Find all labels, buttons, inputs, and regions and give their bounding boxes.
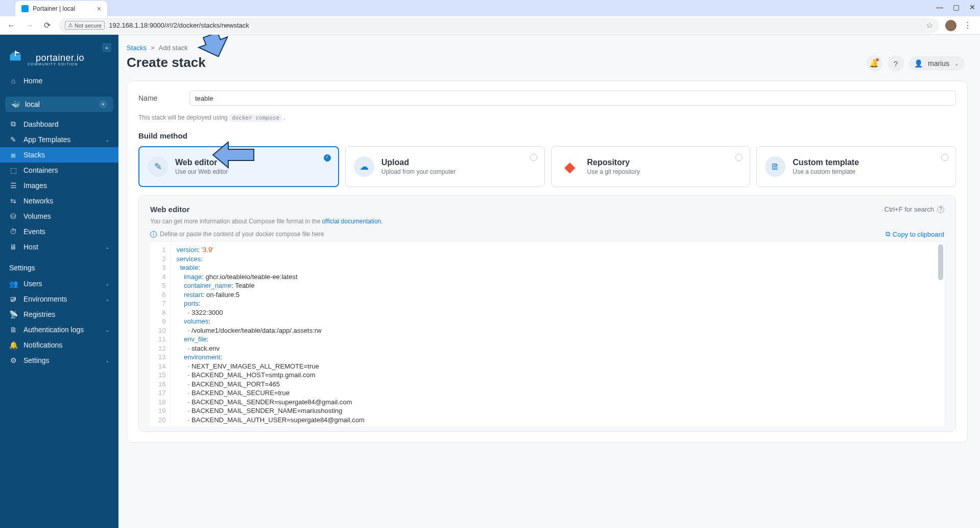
window-minimize-icon[interactable]: — xyxy=(936,3,943,11)
sidebar-item-icon: ⬚ xyxy=(9,166,17,174)
build-method-upload[interactable]: ☁ Upload Upload from your computer xyxy=(345,146,545,187)
sidebar-item-users[interactable]: 👥Users⌄ xyxy=(0,276,118,291)
sidebar-item-label: Containers xyxy=(23,166,58,174)
sidebar-item-containers[interactable]: ⬚Containers xyxy=(0,163,118,178)
method-subtitle: Upload from your computer xyxy=(381,168,456,175)
code-editor[interactable]: 12345678910111213141516171819202122 vers… xyxy=(150,242,944,426)
sidebar-item-volumes[interactable]: ⛁Volumes xyxy=(0,209,118,224)
page-title: Create stack xyxy=(127,55,206,71)
method-icon: ◆ xyxy=(560,156,580,177)
help-icon: ? xyxy=(894,59,898,68)
code-lines: version: '3.9'services: teable: image: g… xyxy=(171,242,369,426)
user-icon: 👤 xyxy=(914,59,923,67)
radio-indicator-icon xyxy=(735,154,743,161)
radio-indicator-icon xyxy=(324,154,331,162)
sidebar-item-label: Dashboard xyxy=(23,120,59,128)
not-secure-badge[interactable]: ⚠ Not secure xyxy=(65,21,105,30)
method-title: Custom template xyxy=(793,158,859,167)
nav-reload-icon[interactable]: ⟳ xyxy=(42,18,53,32)
profile-avatar-icon[interactable] xyxy=(945,20,957,31)
sidebar-item-dashboard[interactable]: ⧉Dashboard xyxy=(0,116,118,132)
official-docs-link[interactable]: official documentation xyxy=(322,218,381,225)
portainer-logo[interactable]: portainer.io COMMUNITY EDITION xyxy=(0,39,118,73)
breadcrumb: Stacks > Add stack xyxy=(127,44,968,52)
svg-rect-1 xyxy=(12,52,14,54)
browser-tab[interactable]: Portainer | local × xyxy=(15,1,107,16)
sidebar-item-registries[interactable]: 📡Registries xyxy=(0,307,118,322)
sidebar-item-events[interactable]: ⏱Events xyxy=(0,224,118,239)
deploy-note: This stack will be deployed using docker… xyxy=(138,114,956,121)
editor-search-hint: Ctrl+F for search ? xyxy=(885,205,944,213)
sidebar-item-icon: ⚙ xyxy=(9,356,17,364)
sidebar-item-stacks[interactable]: ≣Stacks xyxy=(0,147,118,163)
build-method-repository[interactable]: ◆ Repository Use a git repository xyxy=(551,146,751,187)
sidebar-item-icon: ☰ xyxy=(9,181,17,190)
tab-favicon xyxy=(21,5,29,12)
sidebar-item-home[interactable]: ⌂ Home xyxy=(0,73,118,88)
sidebar-item-icon: ≣ xyxy=(9,151,17,159)
sidebar-item-authentication-logs[interactable]: 🗎Authentication logs⌄ xyxy=(0,322,118,337)
sidebar-item-icon: ⏱ xyxy=(9,227,17,236)
portainer-logo-icon xyxy=(8,48,22,62)
sidebar-item-host[interactable]: 🖥Host⌄ xyxy=(0,239,118,255)
tab-close-icon[interactable]: × xyxy=(97,5,101,13)
sidebar-item-icon: 🖥 xyxy=(9,243,17,251)
method-title: Repository xyxy=(587,158,640,167)
nav-back-icon[interactable]: ← xyxy=(5,19,17,32)
sidebar-item-settings[interactable]: ⚙Settings⌄ xyxy=(0,353,118,368)
bookmark-star-icon[interactable]: ☆ xyxy=(926,20,933,30)
build-method-custom-template[interactable]: 🗎 Custom template Use a custom template xyxy=(756,146,956,187)
url-text: 192.168.1.18:9000/#!/2/docker/stacks/new… xyxy=(109,21,922,29)
environment-close-icon[interactable]: × xyxy=(99,100,107,108)
sidebar-item-icon: 📡 xyxy=(9,310,17,318)
sidebar-item-icon: 🔔 xyxy=(9,341,17,349)
browser-menu-icon[interactable]: ⋮ xyxy=(964,20,972,30)
stack-name-input[interactable] xyxy=(189,90,956,106)
sidebar-item-label: Host xyxy=(23,243,38,251)
sidebar-item-label: Notifications xyxy=(23,341,62,349)
method-title: Upload xyxy=(381,158,456,167)
sidebar-item-label: Authentication logs xyxy=(23,326,84,334)
user-menu[interactable]: 👤 marius ⌄ xyxy=(909,56,965,71)
chevron-down-icon: ⌄ xyxy=(105,327,109,333)
browser-tab-bar: Portainer | local × — ▢ ✕ xyxy=(0,0,980,16)
sidebar-collapse-icon[interactable]: « xyxy=(102,43,111,52)
window-maximize-icon[interactable]: ▢ xyxy=(952,3,960,11)
docker-icon: 🐳 xyxy=(11,100,20,108)
sidebar-item-label: Volumes xyxy=(23,212,51,220)
editor-scrollbar[interactable] xyxy=(938,244,943,280)
nav-forward-icon[interactable]: → xyxy=(23,19,36,32)
method-subtitle: Use our Web editor xyxy=(175,168,228,175)
main-content: Stacks > Add stack Create stack 🔔 ? 👤 ma… xyxy=(118,35,980,528)
sidebar-item-networks[interactable]: ⇆Networks xyxy=(0,193,118,209)
chevron-down-icon: ⌄ xyxy=(105,244,109,250)
sidebar-item-notifications[interactable]: 🔔Notifications xyxy=(0,337,118,353)
address-bar[interactable]: ⚠ Not secure 192.168.1.18:9000/#!/2/dock… xyxy=(59,18,939,33)
sidebar-item-app-templates[interactable]: ✎App Templates⌄ xyxy=(0,132,118,147)
notifications-button[interactable]: 🔔 xyxy=(866,55,882,72)
sidebar-item-label: Users xyxy=(23,280,42,288)
sidebar-environment-chip[interactable]: 🐳 local × xyxy=(5,97,113,112)
logo-edition: COMMUNITY EDITION xyxy=(28,62,97,66)
info-icon: i xyxy=(150,231,157,238)
editor-info-note: You can get more information about Compo… xyxy=(150,218,944,225)
user-name: marius xyxy=(928,59,949,67)
sidebar-item-images[interactable]: ☰Images xyxy=(0,178,118,193)
help-button[interactable]: ? xyxy=(888,55,904,72)
sidebar-item-label: App Templates xyxy=(23,135,70,144)
sidebar-item-icon: ✎ xyxy=(9,135,17,144)
window-close-icon[interactable]: ✕ xyxy=(969,3,976,11)
logo-name: portainer.io xyxy=(28,44,97,62)
code-gutter: 12345678910111213141516171819202122 xyxy=(150,242,171,426)
sidebar-item-label: Environments xyxy=(23,295,67,303)
method-icon: 🗎 xyxy=(765,156,785,177)
help-circle-icon[interactable]: ? xyxy=(937,206,944,213)
search-hint-text: Ctrl+F for search xyxy=(885,205,934,213)
breadcrumb-root-link[interactable]: Stacks xyxy=(127,44,147,52)
build-method-web-editor[interactable]: ✎ Web editor Use our Web editor xyxy=(138,146,339,187)
copy-to-clipboard-button[interactable]: ⧉ Copy to clipboard xyxy=(886,230,944,238)
not-secure-label: Not secure xyxy=(75,22,102,29)
breadcrumb-separator: > xyxy=(151,44,155,52)
chevron-down-icon: ⌄ xyxy=(105,281,109,287)
sidebar-item-environments[interactable]: 🖳Environments⌄ xyxy=(0,291,118,307)
